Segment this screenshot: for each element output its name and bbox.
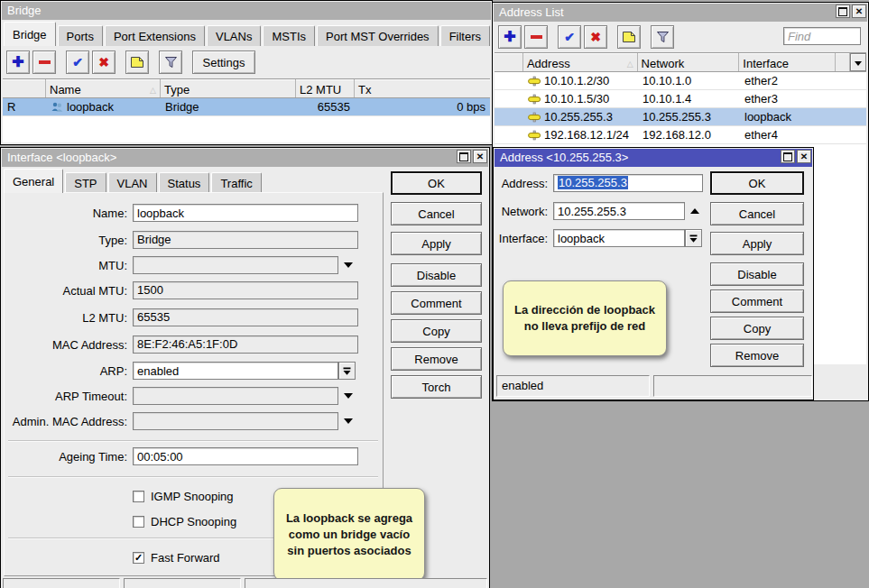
interface-combo-input[interactable] <box>553 229 685 247</box>
add-button[interactable]: ✚ <box>6 51 30 74</box>
name-field-row: Name: <box>1 204 358 222</box>
column-name[interactable]: Name△ <box>46 79 161 97</box>
cancel-button[interactable]: Cancel <box>710 202 804 225</box>
apply-button[interactable]: Apply <box>391 232 482 255</box>
dropdown-arrow-icon[interactable] <box>344 262 353 268</box>
column-network[interactable]: Network <box>638 53 740 71</box>
window-title: Bridge <box>7 4 42 17</box>
column-type[interactable]: Type <box>161 79 296 97</box>
table-row[interactable]: 10.10.1.2/30 10.10.1.0 ether2 <box>495 72 866 90</box>
type-field-row: Type: Bridge <box>1 231 358 249</box>
column-tx[interactable]: Tx <box>355 79 490 97</box>
name-input[interactable] <box>133 204 358 222</box>
ok-button[interactable]: OK <box>391 171 482 195</box>
tab-filters[interactable]: Filters <box>440 25 490 46</box>
column-l2mtu[interactable]: L2 MTU <box>296 79 355 97</box>
dropdown-arrow-icon[interactable] <box>344 418 353 424</box>
mac-address-value: 8E:F2:46:A5:1F:0D <box>133 335 358 354</box>
filter-button[interactable] <box>651 25 674 49</box>
remove-button[interactable] <box>32 51 56 74</box>
disable-button[interactable]: Disable <box>391 263 482 287</box>
mac-address-label: MAC Address: <box>1 338 127 352</box>
tab-ports[interactable]: Ports <box>58 25 103 46</box>
dhcp-snooping-checkbox[interactable] <box>133 516 144 528</box>
network-input[interactable] <box>553 202 685 220</box>
dhcp-snooping-label: DHCP Snooping <box>151 515 236 528</box>
address-input[interactable]: 10.255.255.3 <box>553 174 703 192</box>
column-select-button[interactable] <box>850 53 866 71</box>
maximize-button[interactable] <box>457 150 471 163</box>
address-list-titlebar[interactable]: Address List <box>494 4 867 22</box>
enable-button[interactable]: ✔ <box>66 51 89 74</box>
interface-combo-button[interactable] <box>685 229 702 247</box>
maximize-button[interactable] <box>836 5 850 18</box>
copy-button[interactable]: Copy <box>391 319 482 343</box>
ok-button[interactable]: OK <box>710 171 804 195</box>
column-interface[interactable]: Interface <box>739 53 836 71</box>
mtu-value <box>133 256 338 274</box>
table-row[interactable]: 10.255.255.3 10.255.255.3 loopback <box>495 108 866 126</box>
sort-asc-icon: △ <box>150 86 156 95</box>
tab-mstis[interactable]: MSTIs <box>263 25 315 46</box>
remove-button[interactable]: Remove <box>391 347 482 371</box>
spinner-up-icon[interactable] <box>690 208 699 214</box>
tab-vlan[interactable]: VLAN <box>108 172 157 193</box>
l2-mtu-field-row: L2 MTU: 65535 <box>1 308 358 326</box>
column-flags[interactable] <box>495 53 523 71</box>
tab-port-extensions[interactable]: Port Extensions <box>105 25 205 46</box>
table-row[interactable]: R loopback Bridge 65535 0 bps <box>3 98 490 116</box>
address-dialog-titlebar[interactable]: Address <10.255.255.3> <box>495 149 812 167</box>
interface-statusbar <box>3 578 487 588</box>
table-row[interactable]: 192.168.12.1/24 192.168.12.0 ether4 <box>495 126 866 144</box>
apply-button[interactable]: Apply <box>710 232 804 255</box>
tab-vlans[interactable]: VLANs <box>207 25 261 46</box>
maximize-icon <box>838 7 847 16</box>
tab-port-mst-overrides[interactable]: Port MST Overrides <box>317 25 439 46</box>
copy-button[interactable]: Copy <box>710 317 804 340</box>
close-icon: ✕ <box>476 152 484 161</box>
column-flags[interactable] <box>3 79 46 97</box>
cross-icon: ✖ <box>590 31 601 43</box>
filter-button[interactable] <box>159 51 182 74</box>
add-button[interactable]: ✚ <box>498 25 522 49</box>
comment-button[interactable] <box>125 51 149 74</box>
check-icon: ✔ <box>72 56 83 69</box>
interface-dialog-titlebar[interactable]: Interface <loopback> <box>2 149 488 167</box>
enable-button[interactable]: ✔ <box>558 25 581 49</box>
torch-button[interactable]: Torch <box>391 375 482 399</box>
disable-button[interactable]: ✖ <box>584 25 607 49</box>
column-address[interactable]: Address△ <box>523 53 638 71</box>
settings-button[interactable]: Settings <box>192 51 255 74</box>
comment-button[interactable] <box>617 25 641 49</box>
cancel-button[interactable]: Cancel <box>391 202 482 225</box>
comment-button[interactable]: Comment <box>710 289 804 313</box>
table-row[interactable]: 10.10.1.5/30 10.10.1.4 ether3 <box>495 90 866 108</box>
tab-general[interactable]: General <box>4 169 63 193</box>
tab-stp[interactable]: STP <box>65 172 106 193</box>
dropdown-arrow-icon[interactable] <box>344 393 353 399</box>
igmp-snooping-checkbox[interactable] <box>133 491 144 502</box>
maximize-button[interactable] <box>781 150 795 163</box>
tab-bridge[interactable]: Bridge <box>4 22 56 46</box>
find-input[interactable] <box>783 27 861 45</box>
actual-mtu-field-row: Actual MTU: 1500 <box>1 281 358 299</box>
disable-button[interactable]: Disable <box>710 262 804 286</box>
bridge-titlebar[interactable]: Bridge <box>2 2 491 20</box>
arp-combo-button[interactable] <box>338 362 356 380</box>
tab-traffic[interactable]: Traffic <box>211 172 261 193</box>
interface-tabstrip: General STP VLAN Status Traffic <box>4 169 383 193</box>
arp-combo-input[interactable] <box>133 362 338 380</box>
disable-button[interactable]: ✖ <box>92 51 116 74</box>
type-value: Bridge <box>133 231 358 249</box>
l2-mtu-label: L2 MTU: <box>1 311 127 325</box>
close-button[interactable]: ✕ <box>797 150 811 163</box>
ageing-time-input[interactable] <box>133 447 358 465</box>
comment-button[interactable]: Comment <box>391 291 482 315</box>
tab-status[interactable]: Status <box>159 172 210 193</box>
fast-forward-checkbox[interactable]: ✓ <box>133 552 144 564</box>
close-button[interactable]: ✕ <box>473 150 487 163</box>
remove-button[interactable] <box>524 25 548 49</box>
remove-button[interactable]: Remove <box>710 344 804 367</box>
mac-address-field-row: MAC Address: 8E:F2:46:A5:1F:0D <box>1 335 358 354</box>
close-button[interactable]: ✕ <box>852 5 866 18</box>
